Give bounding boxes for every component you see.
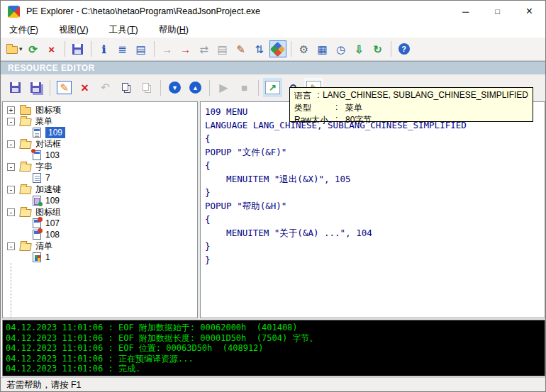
resource-editor-button[interactable]: [269, 40, 286, 57]
edit-doc-icon: ✎: [236, 44, 245, 55]
open-file-button[interactable]: ▾: [6, 40, 23, 57]
tree-item-dialog-103[interactable]: 103: [3, 150, 197, 161]
copy-resource-button[interactable]: [116, 78, 135, 97]
export-icon: →: [162, 44, 172, 55]
maximize-button[interactable]: □: [481, 1, 513, 22]
code-line: MENUITEM "退出(&X)", 105: [205, 172, 545, 186]
collapse-minus-icon[interactable]: -: [7, 186, 15, 194]
tree-label: 103: [45, 150, 60, 160]
collapse-minus-icon[interactable]: -: [7, 163, 15, 171]
sections-icon: ▤: [135, 44, 145, 55]
move-up-button[interactable]: ▲: [186, 78, 205, 97]
auto-expand-button[interactable]: ↗: [263, 78, 282, 97]
file-info-button[interactable]: ℹ: [96, 40, 113, 57]
tree-group-menu[interactable]: - 菜单: [3, 116, 197, 127]
tree-group-icon-group[interactable]: - 图标组: [3, 206, 197, 218]
edit-resource-button[interactable]: ✎: [55, 78, 74, 97]
sync-doc-button[interactable]: ⇅: [251, 40, 268, 57]
tree-group-manifest[interactable]: - 清单: [3, 240, 197, 252]
tree-item-manifest-1[interactable]: 1: [3, 252, 197, 263]
import-doc-button[interactable]: →: [177, 40, 194, 57]
export-doc-button[interactable]: →: [159, 40, 176, 57]
edit-doc-button[interactable]: ✎: [233, 40, 250, 57]
tree-label: 图标项: [35, 104, 61, 116]
dependency-scanner-button[interactable]: ▦: [314, 40, 331, 57]
folder-open-icon: [19, 243, 32, 251]
code-line: POPUP "文件(&F)": [205, 145, 545, 159]
folder-open-icon: [19, 118, 32, 126]
move-down-button[interactable]: ▼: [165, 78, 184, 97]
expand-plus-icon[interactable]: +: [7, 106, 15, 114]
menu-help[interactable]: 帮助(H): [152, 23, 196, 38]
resource-tree[interactable]: + 图标项 - 菜单 109 - 对话框 103: [2, 101, 198, 318]
menu-tools[interactable]: 工具(T): [102, 23, 145, 38]
tree-group-string[interactable]: - 字串: [3, 161, 197, 172]
reload-file-button[interactable]: ⟳: [25, 40, 42, 57]
disassembler-button[interactable]: ⚙: [296, 40, 313, 57]
doc-properties-button[interactable]: ▤: [214, 40, 231, 57]
accelerator-resource-icon: [33, 196, 41, 206]
folder-open-icon: [19, 209, 32, 217]
log-line: 04.12.2023 11:01:06 : EOF 附加数据长度: 00001D…: [6, 333, 542, 344]
tree-item-icon-group-108[interactable]: 108: [3, 229, 197, 240]
tree-item-accelerator-109[interactable]: 109: [3, 195, 197, 206]
undo-icon: ↶: [101, 82, 110, 94]
folder-open-icon: [19, 164, 32, 172]
toolbar-separator: [65, 41, 65, 57]
minimize-button[interactable]: ─: [450, 1, 481, 22]
open-folder-icon: [6, 46, 18, 54]
help-button[interactable]: ?: [396, 40, 413, 57]
resource-editor-title: RESOURCE EDITOR: [8, 63, 94, 73]
time-date-stamps-button[interactable]: ◷: [333, 40, 350, 57]
convert-doc-button[interactable]: ⇄: [196, 40, 213, 57]
icon-group-resource-icon: [33, 230, 41, 240]
tooltip-value: 80字节: [345, 114, 372, 126]
collapse-minus-icon[interactable]: -: [7, 118, 15, 125]
folder-closed-icon: [20, 107, 31, 115]
menu-resource-icon: [33, 128, 41, 138]
tree-group-dialog[interactable]: - 对话框: [3, 138, 197, 150]
tree-item-string-7[interactable]: 7: [3, 172, 197, 184]
string-resource-icon: [33, 173, 41, 183]
clock-icon: ◷: [336, 44, 345, 55]
resource-rebuild-button[interactable]: ↻: [369, 40, 386, 57]
import-icon: →: [180, 44, 191, 55]
tree-group-accelerator[interactable]: - 加速键: [3, 184, 197, 195]
minimize-icon: ─: [462, 6, 469, 17]
save-file-button[interactable]: [69, 40, 87, 57]
resource-source-view[interactable]: 109 MENU LANGUAGE LANG_CHINESE, SUBLANG_…: [200, 101, 545, 318]
tree-item-menu-109[interactable]: 109: [3, 127, 197, 138]
play-button[interactable]: ▶: [214, 78, 233, 97]
section-list-button[interactable]: ▤: [133, 40, 150, 57]
down-arrow-icon: ▼: [172, 84, 178, 91]
close-file-button[interactable]: ×: [43, 40, 60, 57]
tooltip-row-raw-size: Raw大小 : 80字节: [294, 114, 528, 126]
collapse-minus-icon[interactable]: -: [7, 208, 15, 216]
collapse-minus-icon[interactable]: -: [7, 140, 15, 148]
close-button[interactable]: ×: [513, 1, 545, 22]
delete-resource-button[interactable]: ×: [75, 78, 94, 97]
undo-button[interactable]: ↶: [96, 78, 115, 97]
log-console: 04.12.2023 11:01:06 : EOF 附加数据始于: 000620…: [2, 320, 545, 376]
collapse-minus-icon[interactable]: -: [7, 242, 15, 250]
tree-label-selected: 109: [45, 127, 65, 138]
auto-expand-icon: ↗: [265, 81, 280, 94]
maximize-icon: □: [495, 7, 500, 16]
log-line: 04.12.2023 11:01:06 : EOF 附加数据始于: 000620…: [6, 323, 542, 333]
save-all-resources-button[interactable]: [26, 78, 45, 97]
file-headers-button[interactable]: ≣: [114, 40, 131, 57]
pencil-icon: ✎: [60, 82, 69, 93]
menu-help-label: 帮助(: [159, 25, 179, 35]
menu-view[interactable]: 视图(V): [52, 23, 96, 38]
resource-extract-button[interactable]: ⇩: [351, 40, 368, 57]
save-resource-button[interactable]: [6, 78, 25, 97]
code-line: {: [205, 132, 545, 145]
stop-button[interactable]: ■: [235, 78, 254, 97]
paste-resource-button[interactable]: [137, 78, 156, 97]
rebuild-icon: ↻: [373, 44, 382, 55]
window-controls: ─ □ ×: [450, 1, 545, 22]
tree-item-icon-group-107[interactable]: 107: [3, 218, 197, 229]
main-toolbar: ▾ ⟳ × ℹ ≣ ▤ → → ⇄ ▤ ✎ ⇅ ⚙ ▦ ◷ ⇩ ↻ ?: [1, 38, 545, 61]
menu-file[interactable]: 文件(F): [2, 23, 45, 38]
tree-group-icon-entries[interactable]: + 图标项: [3, 104, 197, 116]
